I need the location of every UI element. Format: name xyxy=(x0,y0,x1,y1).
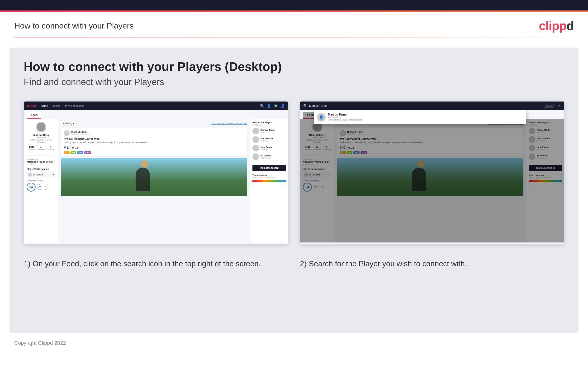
profile-club: Mill Ride Golf Club, United Kingdom xyxy=(26,139,55,143)
player-piers: Piers Parnell Activities: 4 xyxy=(253,136,286,143)
page-title: How to connect with your Players xyxy=(14,21,134,30)
golf-image xyxy=(61,158,247,196)
close-icon[interactable]: ✕ xyxy=(558,104,561,108)
app-body-2-bg: Blair McHarg Golf Coach Mill Ride Golf C… xyxy=(300,119,564,242)
middle-panel-1: Following ▾ Control who can see your act… xyxy=(58,119,250,242)
captions-row: 1) On your Feed, click on the search ico… xyxy=(24,258,564,269)
bar-arg: ARG 64 xyxy=(37,189,47,191)
latest-activity-2: Latest Activity xyxy=(303,158,332,160)
player-info-3: Hiral Pujara Activities: 3 xyxy=(261,146,272,150)
player-name-2: Piers Parnell xyxy=(261,138,273,140)
search-result-subtitle2: Cypress Point Club, United Kingdom xyxy=(328,119,363,121)
header: How to connect with your Players clippd xyxy=(0,12,588,37)
player-acts-3: Activities: 3 xyxy=(261,148,272,150)
heatmap-max: +5 xyxy=(284,183,286,185)
profile-role: Golf Coach xyxy=(26,137,55,139)
nav-teams[interactable]: Teams xyxy=(53,104,60,107)
stat-followers: 3 Followers xyxy=(36,145,45,151)
profile-role-2: Golf Coach xyxy=(303,137,332,139)
main-subheading: Find and connect with your Players xyxy=(24,77,564,87)
app-ui-1: clippd Home Teams My Performance 🔍 👤 ⚙️ … xyxy=(24,101,288,244)
heatmap-bar xyxy=(253,180,286,182)
user-avatar: R xyxy=(64,130,70,136)
tpq-label-2: Total Player Quality xyxy=(303,179,332,182)
profile-name-2: Blair McHarg xyxy=(303,134,332,137)
player-select[interactable]: Eli Vincent ▾ xyxy=(26,172,55,178)
user-info: Richard Butler Yesterday · The Grove xyxy=(71,131,90,136)
search-value[interactable]: Marcus Turner xyxy=(309,104,327,107)
user-icon[interactable]: 👤 xyxy=(267,104,271,108)
nav-right: 🔍 👤 ⚙️ 👤 xyxy=(260,104,285,108)
latest-activity-label: Latest Activity xyxy=(26,158,55,160)
search-overlay-icon[interactable]: 🔍 xyxy=(303,104,307,108)
tag-putt: PUTT xyxy=(84,151,91,154)
activity-name-2: Afternoon round of golf xyxy=(303,161,332,163)
search-input-area: 🔍 Marcus Turner xyxy=(303,104,542,108)
stats-row-2: 129 Activities 3 Followers 4 xyxy=(303,145,332,151)
activity-date: 27 Jul 2022 xyxy=(26,163,55,166)
player-richard: Richard Butler Activities: 7 xyxy=(253,128,286,134)
following-bar: Following ▾ Control who can see your act… xyxy=(61,121,247,126)
profile-section-2: Blair McHarg Golf Coach Mill Ride Golf C… xyxy=(303,122,332,156)
player-select-2: Eli Vincent ▾ xyxy=(303,172,332,178)
golf-image-2 xyxy=(337,158,523,196)
heatmap-subtitle: Player Quality - 20 Round Trend xyxy=(253,177,286,179)
caption-1: 1) On your Feed, click on the search ico… xyxy=(24,258,288,269)
copyright: Copyright Clippd 2022 xyxy=(14,340,66,346)
search-result-item[interactable]: 👤 Marcus Turner 1-5 Handicap Cypress Poi… xyxy=(317,113,523,121)
player-info-1: Richard Butler Activities: 7 xyxy=(261,129,275,133)
search-icon[interactable]: 🔍 xyxy=(260,104,264,108)
golfer-head xyxy=(141,160,148,168)
left-panel-2: Blair McHarg Golf Coach Mill Ride Golf C… xyxy=(300,119,334,242)
stat-bars-2: OTT 79 xyxy=(314,186,324,189)
app-logo: clippd xyxy=(27,104,36,108)
activity-card: R Richard Butler Yesterday · The Grove P… xyxy=(61,128,247,156)
app-ui-2: clippd Home Teams My Performance 🔍 👤 ⚙️ … xyxy=(300,101,564,244)
player-performance-title: Player Performance xyxy=(26,168,55,170)
stat-bars: OTT 79 APP 70 ARG xyxy=(37,183,47,191)
activity-desc: Walking the course with my coach to buil… xyxy=(64,141,244,144)
golfer-body xyxy=(136,168,150,191)
feed-tab[interactable]: Feed xyxy=(27,112,41,119)
player-name-4: Eli Vincent xyxy=(261,155,272,157)
duration-label: Duration xyxy=(64,145,244,147)
stat-activities: 129 Activities xyxy=(27,145,35,151)
tag-ott: OTT xyxy=(64,151,70,154)
profile-club-2: Mill Ride Golf Club, United Kingdom xyxy=(303,139,332,143)
bar-app: APP 70 xyxy=(37,186,47,188)
profile-section: Blair McHarg Golf Coach Mill Ride Golf C… xyxy=(26,122,55,156)
control-link[interactable]: Control who can see your activity and da… xyxy=(211,122,247,125)
search-dropdown[interactable]: 👤 Marcus Turner 1-5 Handicap Cypress Poi… xyxy=(314,110,526,124)
player-perf-2: Player Performance xyxy=(303,168,332,170)
stat-following-2: 4 Following xyxy=(323,145,331,151)
team-dashboard-button[interactable]: Team Dashboard xyxy=(253,165,286,171)
activity-name: Afternoon round of golf xyxy=(26,161,55,163)
nav-home[interactable]: Home xyxy=(41,104,48,107)
clear-button[interactable]: CLEAR xyxy=(544,104,553,108)
tpq-2: 84 xyxy=(303,183,312,192)
player-avatar-4 xyxy=(253,153,259,160)
stats-row: 129 Activities 3 Followers 4 Following xyxy=(26,145,55,151)
player-name-3: Hiral Pujara xyxy=(261,146,272,148)
screenshots-row: clippd Home Teams My Performance 🔍 👤 ⚙️ … xyxy=(24,101,564,244)
main-heading: How to connect with your Players (Deskto… xyxy=(24,59,564,74)
tpq-label: Total Player Quality xyxy=(26,179,55,182)
app-body-1: Blair McHarg Golf Coach Mill Ride Golf C… xyxy=(24,119,288,242)
player-info-4: Eli Vincent Activities: 1 xyxy=(261,155,272,159)
settings-icon[interactable]: ⚙️ xyxy=(274,104,278,108)
team-heatmap-title: Team Heatmap xyxy=(253,174,286,176)
player-acts-4: Activities: 1 xyxy=(261,157,272,159)
footer: Copyright Clippd 2022 xyxy=(0,333,588,353)
following-button[interactable]: Following ▾ xyxy=(61,121,76,126)
search-overlay-bar: 🔍 Marcus Turner CLEAR ✕ xyxy=(300,101,564,110)
chevron-down-icon: ▾ xyxy=(53,174,54,176)
user-name: Richard Butler xyxy=(71,131,90,133)
tag-arg: ARG xyxy=(77,151,83,154)
nav-performance[interactable]: My Performance xyxy=(65,104,84,107)
heatmap-scale: -5 +5 xyxy=(253,183,286,185)
selected-player: Eli Vincent xyxy=(33,174,53,176)
player-name-1: Richard Butler xyxy=(261,129,275,131)
stat-following: 4 Following xyxy=(46,145,55,151)
app-nav-1: clippd Home Teams My Performance 🔍 👤 ⚙️ … xyxy=(24,101,288,110)
avatar-icon[interactable]: 👤 xyxy=(281,104,285,108)
